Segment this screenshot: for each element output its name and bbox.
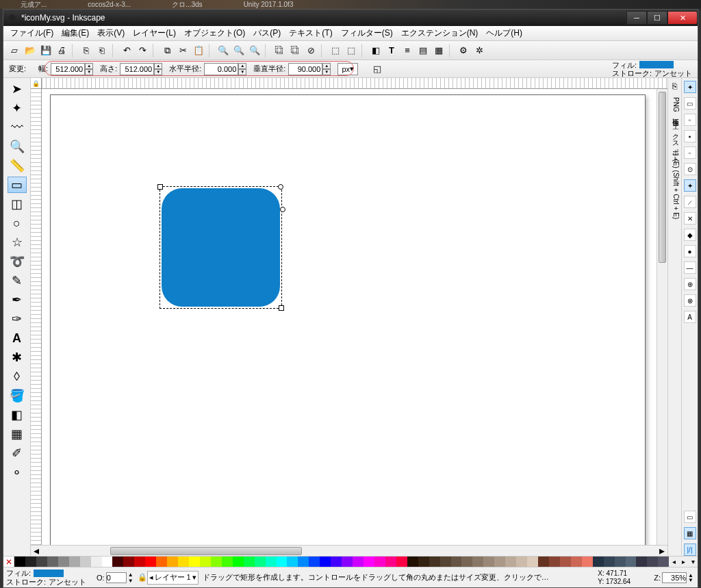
snap-grid[interactable]: ▦ xyxy=(684,527,696,539)
transform-button[interactable]: ▦ xyxy=(432,44,446,57)
gradient-tool[interactable]: ◧ xyxy=(8,407,27,423)
palette-swatch[interactable] xyxy=(80,557,91,567)
palette-swatch[interactable] xyxy=(604,557,615,567)
snap-obj-center[interactable]: ⊕ xyxy=(684,278,696,290)
palette-scroll-left[interactable]: ◂ xyxy=(669,557,678,567)
snap-node[interactable]: ✦ xyxy=(684,179,696,192)
palette-swatch[interactable] xyxy=(396,557,407,567)
new-button[interactable]: ▱ xyxy=(8,44,21,57)
menu-object[interactable]: オブジェクト(O) xyxy=(181,26,248,40)
save-button[interactable]: 💾 xyxy=(39,44,53,57)
palette-swatch[interactable] xyxy=(331,557,342,567)
palette-swatch[interactable] xyxy=(320,557,331,567)
palette-swatch[interactable] xyxy=(112,557,123,567)
zoom-input[interactable] xyxy=(662,572,687,583)
docprops-button[interactable]: ✲ xyxy=(472,44,486,57)
palette-swatch[interactable] xyxy=(483,557,494,567)
spray-tool[interactable]: ✱ xyxy=(8,349,27,366)
snap-bbox-center[interactable]: ⊙ xyxy=(684,163,696,175)
palette-swatch[interactable] xyxy=(200,557,211,567)
height-input[interactable] xyxy=(120,63,154,75)
rx-up[interactable]: ▲ xyxy=(238,63,246,69)
resize-handle-tl[interactable] xyxy=(157,184,163,190)
palette-swatch[interactable] xyxy=(407,557,418,567)
zoom-page-button[interactable]: 🔍 xyxy=(248,44,262,57)
clone-button[interactable]: ⿻ xyxy=(288,44,302,57)
export-button[interactable]: ⎗ xyxy=(95,44,109,57)
palette-swatch[interactable] xyxy=(615,557,626,567)
palette-swatch[interactable] xyxy=(36,557,47,567)
no-color-swatch[interactable]: ✕ xyxy=(3,557,14,567)
unlink-button[interactable]: ⊘ xyxy=(304,44,318,57)
snap-bbox[interactable]: ▭ xyxy=(684,97,696,110)
ry-input[interactable] xyxy=(288,63,322,75)
fill-stroke-button[interactable]: ◧ xyxy=(369,44,383,57)
palette-swatch[interactable] xyxy=(582,557,593,567)
snap-line-mid[interactable]: — xyxy=(684,261,696,274)
snap-enable[interactable]: ✦ xyxy=(684,81,696,93)
vertical-scrollbar[interactable] xyxy=(657,89,667,545)
palette-swatch[interactable] xyxy=(364,557,374,567)
snap-path[interactable]: ⟋ xyxy=(684,196,696,208)
snap-bbox-mid[interactable]: ◦ xyxy=(684,146,696,159)
palette-swatch[interactable] xyxy=(91,557,102,567)
menu-edit[interactable]: 編集(E) xyxy=(59,26,92,40)
prefs-button[interactable]: ⚙ xyxy=(457,44,470,57)
opacity-input[interactable] xyxy=(106,572,127,583)
palette-swatch[interactable] xyxy=(385,557,396,567)
ruler-lock[interactable]: 🔒 xyxy=(31,78,42,89)
zoom-draw-button[interactable]: 🔍 xyxy=(232,44,246,57)
ry-down[interactable]: ▼ xyxy=(322,69,331,75)
palette-swatch[interactable] xyxy=(626,557,637,567)
palette-swatch[interactable] xyxy=(451,557,462,567)
palette-swatch[interactable] xyxy=(494,557,505,567)
fill-swatch-top[interactable] xyxy=(639,61,674,68)
menu-text[interactable]: テキスト(T) xyxy=(286,26,335,40)
selector-tool[interactable]: ➤ xyxy=(8,81,27,97)
menu-path[interactable]: パス(P) xyxy=(251,26,283,40)
palette-swatch[interactable] xyxy=(102,557,113,567)
palette-swatch[interactable] xyxy=(440,557,451,567)
palette-swatch[interactable] xyxy=(527,557,538,567)
node-tool[interactable]: ✦ xyxy=(8,100,27,116)
3dbox-tool[interactable]: ◫ xyxy=(8,196,27,212)
pencil-tool[interactable]: ✎ xyxy=(8,272,27,289)
palette-scroll-right[interactable]: ▸ xyxy=(678,557,688,567)
palette-swatch[interactable] xyxy=(189,557,200,567)
maximize-button[interactable]: ☐ xyxy=(647,11,667,25)
zoom-tool[interactable]: 🔍 xyxy=(8,138,27,155)
palette-swatch[interactable] xyxy=(145,557,156,567)
status-stroke-value[interactable]: アンセット xyxy=(49,578,86,587)
snap-smooth[interactable]: ● xyxy=(684,245,696,257)
palette-swatch[interactable] xyxy=(277,557,288,567)
xml-button[interactable]: ≡ xyxy=(400,44,414,57)
rx-input[interactable] xyxy=(204,63,238,75)
width-down[interactable]: ▼ xyxy=(85,69,93,75)
palette-swatch[interactable] xyxy=(658,557,669,567)
bucket-tool[interactable]: 🪣 xyxy=(8,387,27,404)
import-button[interactable]: ⎘ xyxy=(79,44,93,57)
snap-intersect[interactable]: ✕ xyxy=(684,212,696,225)
palette-swatch[interactable] xyxy=(571,557,582,567)
palette-swatch[interactable] xyxy=(134,557,145,567)
connector-tool[interactable]: ⚬ xyxy=(8,464,27,481)
palette-swatch[interactable] xyxy=(178,557,189,567)
snap-guide[interactable]: |/| xyxy=(684,544,696,556)
horizontal-scrollbar[interactable]: ◂ ▸ xyxy=(31,545,667,556)
eraser-tool[interactable]: ◊ xyxy=(8,368,27,385)
palette-swatch[interactable] xyxy=(14,557,25,567)
text-tool[interactable]: A xyxy=(8,330,27,346)
palette-swatch[interactable] xyxy=(472,557,483,567)
menu-help[interactable]: ヘルプ(H) xyxy=(483,26,525,40)
palette-swatch[interactable] xyxy=(593,557,604,567)
snap-cusp[interactable]: ◆ xyxy=(684,229,696,241)
print-button[interactable]: 🖨 xyxy=(55,44,68,57)
palette-swatch[interactable] xyxy=(560,557,571,567)
group-button[interactable]: ⬚ xyxy=(329,44,342,57)
palette-swatch[interactable] xyxy=(429,557,440,567)
palette-swatch[interactable] xyxy=(244,557,255,567)
palette-swatch[interactable] xyxy=(69,557,80,567)
redo-button[interactable]: ↷ xyxy=(136,44,149,57)
palette-swatch[interactable] xyxy=(123,557,134,567)
spiral-tool[interactable]: ➰ xyxy=(8,253,27,270)
